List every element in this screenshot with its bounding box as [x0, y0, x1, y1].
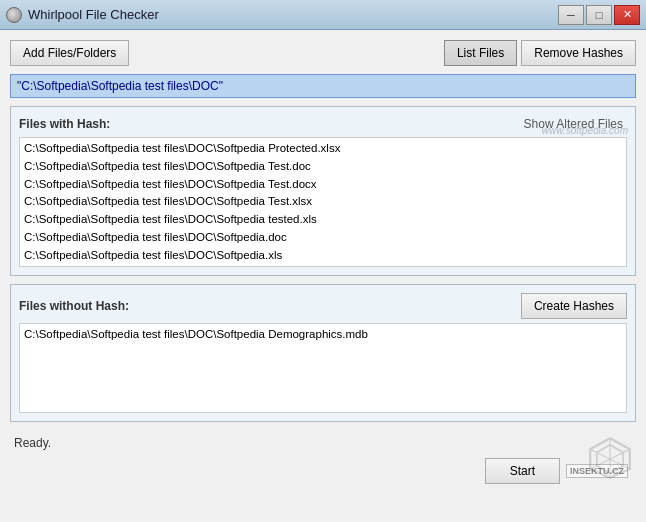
window-controls: ─ □ ✕	[558, 5, 640, 25]
create-hashes-button[interactable]: Create Hashes	[521, 293, 627, 319]
restore-button[interactable]: □	[586, 5, 612, 25]
files-with-hash-label: Files with Hash:	[19, 117, 110, 131]
list-item: C:\Softpedia\Softpedia test files\DOC\So…	[24, 247, 622, 265]
logo-watermark	[588, 436, 632, 480]
list-item: C:\Softpedia\Softpedia test files\DOC\So…	[24, 211, 622, 229]
main-content: Add Files/Folders List Files Remove Hash…	[0, 30, 646, 522]
title-bar: Whirlpool File Checker ─ □ ✕	[0, 0, 646, 30]
list-files-button[interactable]: List Files	[444, 40, 517, 66]
list-item: C:\Softpedia\Softpedia test files\DOC\So…	[24, 158, 622, 176]
add-files-button[interactable]: Add Files/Folders	[10, 40, 129, 66]
close-button[interactable]: ✕	[614, 5, 640, 25]
files-without-hash-list[interactable]: C:\Softpedia\Softpedia test files\DOC\So…	[19, 323, 627, 413]
files-with-hash-list[interactable]: C:\Softpedia\Softpedia test files\DOC\So…	[19, 137, 627, 267]
path-input[interactable]	[10, 74, 636, 98]
list-item: C:\Softpedia\Softpedia test files\DOC\So…	[24, 229, 622, 247]
remove-hashes-button[interactable]: Remove Hashes	[521, 40, 636, 66]
toolbar: Add Files/Folders List Files Remove Hash…	[10, 40, 636, 66]
bottom-bar: Start INSEKTU.CZ	[10, 454, 636, 488]
minimize-button[interactable]: ─	[558, 5, 584, 25]
watermark-text: www.softpedia.com	[542, 125, 628, 136]
files-without-hash-section: Files without Hash: Create Hashes C:\Sof…	[10, 284, 636, 422]
window-title: Whirlpool File Checker	[28, 7, 159, 22]
files-without-hash-label: Files without Hash:	[19, 299, 129, 313]
list-item: C:\Softpedia\Softpedia test files\DOC\So…	[24, 326, 622, 344]
list-item: C:\Softpedia\Softpedia test files\DOC\So…	[24, 193, 622, 211]
list-item: C:\Softpedia\Softpedia test files\DOC\So…	[24, 140, 622, 158]
start-button[interactable]: Start	[485, 458, 560, 484]
list-item: C:\Softpedia\Softpedia test files\DOC\So…	[24, 176, 622, 194]
status-bar: Ready.	[10, 430, 636, 454]
app-icon	[6, 7, 22, 23]
status-text: Ready.	[14, 436, 51, 450]
